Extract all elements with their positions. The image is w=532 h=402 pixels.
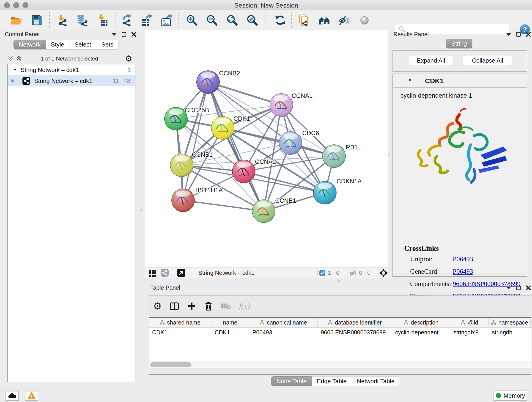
network-node-ccna1[interactable]: CCNA1 — [270, 92, 313, 116]
import-network-button[interactable] — [56, 14, 69, 27]
create-column-plus-icon[interactable] — [187, 302, 196, 311]
network-node-rb1[interactable]: RB1 — [323, 144, 358, 167]
zoom-selected-button[interactable] — [246, 14, 259, 27]
close-panel-icon[interactable] — [131, 32, 136, 37]
export-image-button[interactable] — [160, 14, 173, 27]
panel-menu-icon[interactable] — [506, 33, 511, 36]
float-panel-icon[interactable] — [122, 32, 126, 37]
table-cell[interactable]: 9606.ENSP00000378699 — [317, 327, 392, 338]
neighborhood-button[interactable] — [318, 14, 331, 27]
delete-table-icon-disabled[interactable] — [221, 302, 231, 310]
network-share-badge-icon[interactable] — [161, 269, 169, 277]
grid-view-icon[interactable] — [149, 269, 157, 277]
tab-network[interactable]: Network — [13, 40, 46, 49]
export-table-button[interactable] — [140, 14, 153, 27]
delete-column-trash-icon[interactable] — [204, 301, 213, 311]
warnings-button[interactable] — [25, 391, 38, 401]
column-header[interactable]: namespace — [489, 318, 531, 327]
table-cell[interactable]: stringdb — [489, 327, 531, 338]
center-view-crosshair-icon[interactable] — [379, 268, 388, 278]
network-label: String Network – cdk1 — [34, 77, 92, 85]
column-header[interactable]: shared name — [149, 318, 211, 327]
network-node-cdkn1a[interactable]: CDKN1A — [313, 178, 362, 204]
table-cell[interactable]: CDK1 — [211, 327, 249, 338]
table-cell[interactable]: stringdb:9... — [450, 327, 489, 338]
column-header[interactable]: canonical name — [249, 318, 317, 327]
toolbar-separator — [317, 269, 317, 277]
collapse-all-button[interactable]: Collapse All — [463, 55, 512, 66]
network-edge[interactable] — [183, 200, 264, 211]
open-session-button[interactable] — [9, 14, 22, 27]
float-panel-icon[interactable] — [516, 32, 521, 37]
expand-all-button[interactable]: Expand All — [409, 55, 453, 66]
network-node-hist1h1a[interactable]: HIST1H1A — [172, 187, 223, 212]
selected-checkbox-icon[interactable] — [319, 270, 326, 276]
node-label: CCNA1 — [292, 92, 313, 99]
table-cell[interactable]: P06493 — [249, 327, 317, 338]
tab-sets[interactable]: Sets — [96, 40, 119, 49]
network-graph[interactable]: CCNB2CCNA1CDC25BCDK1CDC6RB1CCNB1CCNA2CDK… — [145, 30, 388, 267]
crosslink-link[interactable]: P06493 — [453, 255, 473, 263]
tab-style[interactable]: Style — [46, 40, 70, 49]
documents-share-icon — [298, 14, 310, 26]
cloud-status-button[interactable] — [6, 391, 19, 401]
zoom-fit-button[interactable] — [226, 14, 239, 27]
tree-options-gear-icon[interactable]: ⚙ — [125, 55, 132, 63]
zoom-out-icon — [206, 14, 218, 26]
table-row[interactable]: CDK1CDK1P064939606.ENSP00000378699cyclin… — [149, 327, 531, 338]
tab-edge-table[interactable]: Edge Table — [312, 376, 352, 386]
tab-string[interactable]: String — [446, 39, 472, 48]
expand-all-icon[interactable] — [15, 55, 22, 62]
panel-menu-icon[interactable] — [112, 33, 117, 36]
node-label: CDC25B — [185, 107, 209, 114]
splitter-handle[interactable] — [140, 208, 143, 211]
column-header[interactable]: name — [211, 318, 249, 327]
table-cell[interactable]: CDK1 — [149, 327, 211, 338]
network-status-dot — [11, 79, 14, 83]
tab-node-table[interactable]: Node Table — [271, 376, 312, 386]
import-network-from-database-button[interactable] — [75, 14, 88, 27]
column-header-label: namespace — [498, 319, 528, 326]
show-columns-icon[interactable] — [170, 301, 179, 311]
hidden-eye-slash-icon[interactable] — [349, 269, 357, 277]
collapse-all-icon[interactable] — [7, 55, 14, 62]
table-options-gear-icon[interactable]: ⚙ — [153, 301, 162, 311]
tab-select[interactable]: Select — [70, 40, 96, 49]
zoom-in-icon — [186, 14, 198, 26]
apply-layout-button[interactable] — [274, 14, 287, 27]
right-splitter[interactable] — [388, 30, 390, 279]
zoom-in-button[interactable] — [185, 14, 198, 27]
network-collection-row[interactable]: ▼ String Network – cdk1 1 — [7, 64, 135, 75]
horizontal-scrollbar[interactable] — [149, 361, 531, 368]
import-table-button[interactable] — [95, 14, 108, 27]
splitter-handle[interactable] — [337, 279, 340, 282]
tree-expand-arrow-icon[interactable]: ▼ — [13, 68, 17, 72]
network-row-selected[interactable]: String Network – cdk1 11 48 — [7, 75, 135, 86]
export-network-button[interactable] — [120, 14, 133, 27]
open-in-window-icon[interactable] — [177, 268, 186, 277]
new-network-from-selection-button[interactable] — [298, 14, 310, 27]
tab-network-table[interactable]: Network Table — [352, 376, 400, 386]
close-panel-icon[interactable] — [526, 32, 531, 37]
crosslink-link[interactable]: P06493 — [453, 268, 473, 275]
hide-selected-button[interactable] — [338, 14, 351, 27]
function-builder-fx-icon[interactable]: f(x) — [239, 302, 250, 311]
protein-section-header[interactable]: ▼ CDK1 — [393, 74, 527, 88]
show-graphics-details-button[interactable] — [358, 14, 371, 27]
network-canvas[interactable]: CCNB2CCNA1CDC25BCDK1CDC6RB1CCNB1CCNA2CDK… — [145, 30, 388, 267]
memory-button[interactable]: Memory — [494, 390, 527, 401]
network-node-ccne1[interactable]: CCNE1 — [252, 197, 296, 223]
collapse-arrow-icon[interactable]: ▼ — [408, 78, 412, 83]
table-cell[interactable]: cyclin-dependent ... — [392, 327, 450, 338]
column-header[interactable]: database identifier — [317, 318, 392, 327]
table-panel-title: Table Panel — [150, 284, 180, 291]
zoom-out-button[interactable] — [206, 14, 218, 27]
column-header[interactable]: @id — [450, 318, 489, 327]
save-session-button[interactable] — [30, 14, 43, 27]
panel-menu-icon[interactable] — [506, 287, 511, 289]
column-header[interactable]: description — [392, 318, 450, 327]
scrollbar-thumb[interactable] — [150, 362, 191, 367]
float-panel-icon[interactable] — [516, 286, 521, 290]
left-splitter[interactable] — [138, 30, 145, 389]
close-panel-icon[interactable] — [526, 285, 531, 290]
